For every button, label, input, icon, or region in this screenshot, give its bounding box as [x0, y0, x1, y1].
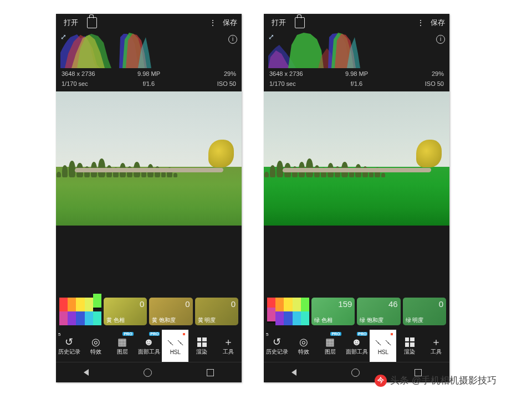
save-button[interactable]: 保存 — [223, 18, 237, 28]
store-icon[interactable] — [87, 17, 97, 28]
tool-layers[interactable]: PRO ▦ 图层 — [109, 330, 136, 362]
watermark: 今 头条 @手机相机摄影技巧 — [375, 374, 497, 387]
phone-left: 打开 ⋮ 保存 ⤢ i 3648 x 2736 9.98 MP 29% 1/17… — [56, 14, 242, 382]
hsl-tile-0[interactable]: 0 黄 色相 — [104, 298, 147, 325]
badge: 5 — [266, 332, 268, 337]
active-dot — [391, 333, 393, 335]
histogram[interactable]: ⤢ i — [268, 32, 445, 68]
color-swatch-3[interactable] — [293, 298, 301, 311]
color-swatch-9[interactable] — [93, 311, 101, 325]
menu-icon[interactable]: ⋮ — [417, 18, 424, 27]
expand-icon[interactable]: ⤢ — [268, 33, 274, 41]
tool-render[interactable]: 渲染 — [396, 330, 423, 362]
color-swatch-4[interactable] — [93, 294, 101, 308]
metadata-row2: 1/170 sec f/1.6 ISO 50 — [56, 78, 242, 88]
color-swatch-6[interactable] — [275, 311, 284, 325]
face-icon: ☻ — [351, 336, 362, 348]
tool-label: 图层 — [325, 348, 336, 356]
hsl-tiles: 0 黄 色相 0 黄 饱和度 0 黄 明度 — [56, 298, 242, 325]
nav-home-icon[interactable] — [351, 369, 360, 377]
color-swatch-1[interactable] — [275, 298, 284, 311]
tool-label: 工具 — [431, 348, 442, 356]
nav-recent-icon[interactable] — [207, 369, 214, 376]
tool-render[interactable]: 渲染 — [188, 330, 215, 362]
face-icon: ☻ — [144, 336, 154, 348]
active-dot — [183, 333, 185, 335]
dimensions: 3648 x 2736 — [62, 70, 120, 77]
hsl-tile-2[interactable]: 0 绿 明度 — [403, 298, 446, 325]
hsl-icon: ⟍⟍ — [165, 337, 185, 349]
color-swatch-8[interactable] — [293, 311, 301, 325]
hsl-tiles: 159 绿 色相 46 绿 饱和度 0 绿 明度 — [264, 298, 449, 325]
render-icon — [197, 336, 207, 348]
layers-icon: ▦ — [325, 336, 335, 348]
phone-right: 打开 ⋮ 保存 ⤢ i 3648 x 2736 9.98 MP 29% 1/17… — [264, 14, 449, 382]
iso: ISO 50 — [178, 80, 236, 87]
color-swatch-5[interactable] — [267, 308, 275, 321]
watermark-text: 头条 @手机相机摄影技巧 — [390, 374, 497, 387]
save-button[interactable]: 保存 — [431, 18, 445, 28]
tool-label: 特效 — [298, 348, 309, 356]
menu-icon[interactable]: ⋮ — [209, 18, 216, 27]
hsl-value: 0 — [439, 299, 443, 309]
tool-label: 渲染 — [196, 348, 207, 356]
color-swatches — [59, 298, 101, 325]
info-icon[interactable]: i — [436, 35, 445, 44]
dimensions: 3648 x 2736 — [269, 70, 328, 77]
expand-icon[interactable]: ⤢ — [60, 33, 66, 41]
color-swatch-0[interactable] — [59, 298, 68, 311]
hsl-tile-1[interactable]: 46 绿 饱和度 — [357, 298, 400, 325]
color-swatch-6[interactable] — [68, 311, 76, 325]
toutiao-icon: 今 — [375, 375, 387, 387]
info-icon[interactable]: i — [228, 35, 237, 44]
hsl-value: 0 — [185, 299, 190, 309]
photo-preview[interactable] — [264, 91, 449, 226]
aperture: f/1.6 — [328, 80, 386, 87]
tool-label: HSL — [170, 349, 181, 355]
photo-yellow-tree — [208, 140, 234, 167]
topbar: 打开 ⋮ 保存 — [264, 14, 449, 32]
tool-history[interactable]: 5 ↺ 历史记录 — [56, 330, 83, 362]
tool-hsl[interactable]: ⟍⟍ HSL — [162, 330, 188, 362]
color-swatch-9[interactable] — [301, 311, 309, 325]
color-swatch-2[interactable] — [284, 298, 292, 311]
photo-preview[interactable] — [56, 91, 242, 226]
tool-hsl[interactable]: ⟍⟍ HSL — [370, 330, 396, 362]
color-swatch-1[interactable] — [68, 298, 76, 311]
open-button[interactable]: 打开 — [268, 18, 289, 28]
color-swatch-7[interactable] — [284, 311, 292, 325]
histogram[interactable]: ⤢ i — [60, 32, 237, 68]
tool-label: HSL — [378, 349, 388, 355]
color-swatch-5[interactable] — [59, 311, 68, 325]
tool-face[interactable]: PRO ☻ 面部工具 — [344, 330, 370, 362]
hsl-tile-1[interactable]: 0 黄 饱和度 — [149, 298, 192, 325]
tool-effects[interactable]: ◎ 特效 — [290, 330, 317, 362]
tool-layers[interactable]: PRO ▦ 图层 — [317, 330, 344, 362]
hsl-icon: ⟍⟍ — [373, 337, 393, 349]
nav-home-icon[interactable] — [144, 369, 152, 377]
color-swatch-2[interactable] — [76, 298, 84, 311]
tool-label: 历史记录 — [266, 348, 288, 356]
hsl-tile-0[interactable]: 159 绿 色相 — [311, 298, 355, 325]
tool-tools2[interactable]: ＋ 工具 — [423, 330, 449, 362]
history-icon: ↺ — [273, 336, 281, 348]
tool-label: 渲染 — [404, 348, 415, 356]
tool-label: 面部工具 — [138, 348, 160, 356]
nav-back-icon[interactable] — [291, 369, 296, 376]
open-button[interactable]: 打开 — [60, 18, 81, 28]
color-swatch-7[interactable] — [76, 311, 84, 325]
pro-badge: PRO — [330, 332, 341, 336]
tool-face[interactable]: PRO ☻ 面部工具 — [136, 330, 162, 362]
tool-history[interactable]: 5 ↺ 历史记录 — [264, 330, 290, 362]
color-swatch-8[interactable] — [85, 311, 93, 325]
megapixels: 9.98 MP — [328, 70, 386, 77]
nav-back-icon[interactable] — [84, 369, 89, 376]
hsl-tile-2[interactable]: 0 黄 明度 — [195, 298, 238, 325]
tool-tools2[interactable]: ＋ 工具 — [215, 330, 242, 362]
tool-label: 特效 — [90, 348, 101, 356]
color-swatch-4[interactable] — [301, 298, 309, 311]
metadata-row1: 3648 x 2736 9.98 MP 29% — [264, 68, 449, 78]
store-icon[interactable] — [295, 17, 305, 28]
color-swatch-3[interactable] — [85, 298, 93, 311]
tool-effects[interactable]: ◎ 特效 — [83, 330, 109, 362]
